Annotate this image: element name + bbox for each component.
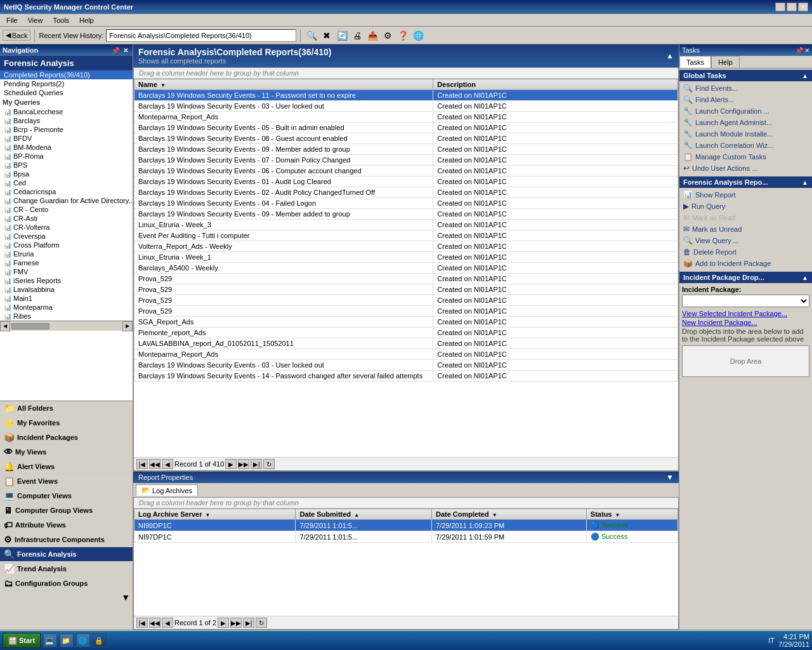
nav-config-groups[interactable]: 🗂 Configuration Groups	[0, 576, 133, 591]
menu-help[interactable]: Help	[75, 16, 98, 25]
col-date-completed[interactable]: Date Completed ▼	[431, 509, 586, 520]
nav-query-bfdv[interactable]: 📊BFDV	[0, 134, 133, 143]
task-launch-correlation[interactable]: 🔧 Launch Correlation Wiz...	[679, 140, 812, 151]
nav-incident-packages[interactable]: 📦 Incident Packages	[0, 430, 133, 445]
log-table-scroll[interactable]: Log Archive Server ▼ Date Submitted ▲ Da…	[134, 508, 678, 616]
drop-area[interactable]: Drop Area	[682, 345, 809, 377]
nav-alert-views[interactable]: 🔔 Alert Views	[0, 460, 133, 474]
nav-infrastructure[interactable]: ⚙ Infrastructure Components	[0, 533, 133, 547]
task-undo-user[interactable]: ↩ Undo User Actions ...	[679, 162, 812, 174]
table-row[interactable]: Barclays 19 Windows Security Events - 03…	[134, 360, 678, 371]
nav-query-monteparma[interactable]: 📊Monteparma	[0, 303, 133, 312]
nav-scheduled-queries[interactable]: Scheduled Queries	[0, 88, 133, 97]
nav-query-etruria[interactable]: 📊Etruria	[0, 249, 133, 258]
table-row[interactable]: Prova_529 Created on NI01AP1C	[134, 306, 678, 317]
task-launch-agent[interactable]: 🔧 Launch Agent Administ...	[679, 117, 812, 128]
table-row[interactable]: SGA_Report_Ads Created on NI01AP1C	[134, 317, 678, 328]
options-icon-btn[interactable]: ⚙	[381, 29, 395, 43]
nav-computer-views[interactable]: 💻 Computer Views	[0, 489, 133, 503]
nav-query-farnese[interactable]: 📊Farnese	[0, 258, 133, 267]
nav-query-change-guardian[interactable]: 📊Change Guardian for Active Directory...	[0, 196, 133, 205]
log-nav-refresh[interactable]: ↻	[256, 618, 267, 628]
col-date-submitted[interactable]: Date Submitted ▲	[296, 509, 432, 520]
table-row[interactable]: Prova_529 Created on NI01AP1C	[134, 274, 678, 284]
table-row[interactable]: Barclays 19 Windows Security Events - 03…	[134, 101, 678, 112]
task-run-query[interactable]: ▶ Run Query	[679, 201, 812, 212]
task-launch-config[interactable]: 🔧 Launch Configuration ...	[679, 105, 812, 117]
nav-query-cr-cento[interactable]: 📊CR - Cento	[0, 205, 133, 214]
nav-pending-reports[interactable]: Pending Reports(2)	[0, 79, 133, 88]
start-button[interactable]: 🪟 Start	[3, 633, 41, 648]
log-nav-last[interactable]: ▶|	[243, 618, 254, 628]
forensic-tasks-collapse[interactable]: ▲	[802, 179, 808, 186]
nav-query-fmv[interactable]: 📊FMV	[0, 267, 133, 276]
log-nav-first[interactable]: |◀	[136, 618, 148, 628]
new-package-link[interactable]: New Incident Package...	[682, 319, 809, 326]
nav-event-views[interactable]: 📋 Event Views	[0, 474, 133, 489]
table-row[interactable]: Barclays 19 Windows Security Events - 11…	[134, 90, 678, 101]
nav-computer-group-views[interactable]: 🖥 Computer Group Views	[0, 503, 133, 518]
nav-expand-btn[interactable]: ▼	[0, 591, 133, 604]
url-input[interactable]	[106, 29, 296, 42]
nav-first[interactable]: |◀	[136, 459, 148, 469]
col-server[interactable]: Log Archive Server ▼	[134, 509, 296, 520]
nav-my-views[interactable]: 👁 My Views	[0, 445, 133, 460]
nav-my-favorites[interactable]: ⭐ My Favorites	[0, 416, 133, 430]
report-props-collapse[interactable]: ▼	[666, 473, 674, 482]
table-row[interactable]: Barclays 19 Windows Security Events - 09…	[134, 144, 678, 155]
incident-drop-collapse[interactable]: ▲	[802, 274, 808, 281]
content-collapse-btn[interactable]: ▲	[666, 51, 674, 60]
view-selected-link[interactable]: View Selected Incident Package...	[682, 310, 809, 317]
nav-query-bm-modena[interactable]: 📊BM-Modena	[0, 143, 133, 152]
table-row[interactable]: Barclays 19 Windows Security Events - 09…	[134, 209, 678, 220]
tab-tasks[interactable]: Tasks	[679, 56, 711, 68]
col-name[interactable]: Name ▼	[134, 79, 433, 90]
nav-query-lavalsabbina[interactable]: 📊Lavalsabbina	[0, 285, 133, 294]
nav-refresh[interactable]: ↻	[263, 459, 275, 469]
tab-help[interactable]: Help	[711, 56, 740, 68]
table-row[interactable]: Linux_Etruria - Week_1 Created on NI01AP…	[134, 252, 678, 263]
table-row[interactable]: Prova_529 Created on NI01AP1C	[134, 295, 678, 306]
table-row[interactable]: Barclays 19 Windows Security Events - 01…	[134, 176, 678, 187]
nav-completed-reports[interactable]: Completed Reports(36/410)	[0, 70, 133, 79]
list-item[interactable]: NI99DP1C 7/29/2011 1:01:5... 7/29/2011 1…	[134, 520, 678, 531]
table-row[interactable]: Barclays_A5400 - Weekly Created on NI01A…	[134, 263, 678, 274]
col-description[interactable]: Description	[433, 79, 678, 90]
nav-query-main1[interactable]: 📊Main1	[0, 294, 133, 303]
taskbar-item-4[interactable]: 🔒	[93, 633, 107, 647]
table-row[interactable]: Prova_529 Created on NI01AP1C	[134, 284, 678, 295]
hscroll-right[interactable]: ▶	[122, 321, 133, 331]
hscroll-left[interactable]: ◀	[0, 321, 10, 331]
help-icon-btn[interactable]: ❓	[396, 29, 410, 43]
table-row[interactable]: Barclays 19 Windows Security Events - 06…	[134, 166, 678, 176]
table-row[interactable]: Barclays 19 Windows Security Events - 07…	[134, 155, 678, 166]
minimize-button[interactable]: _	[775, 3, 785, 11]
nav-query-ribes[interactable]: 📊Ribes	[0, 312, 133, 321]
task-view-query[interactable]: 🔍 View Query ...	[679, 235, 812, 246]
task-find-events[interactable]: 🔍 Find Events...	[679, 83, 812, 94]
taskbar-item-2[interactable]: 📁	[60, 633, 74, 647]
table-row[interactable]: Monteparma_Report_Ads Created on NI01AP1…	[134, 349, 678, 360]
nav-query-ced[interactable]: 📊Ced	[0, 178, 133, 187]
nav-query-cr-asti[interactable]: 📊CR-Asti	[0, 214, 133, 223]
global-tasks-collapse[interactable]: ▲	[802, 72, 808, 79]
log-nav-next[interactable]: ▶	[218, 618, 229, 628]
task-delete-report[interactable]: 🗑 Delete Report	[679, 246, 812, 258]
search-icon-btn[interactable]: 🔍	[304, 29, 318, 43]
task-find-alerts[interactable]: 🔍 Find Alerts...	[679, 94, 812, 105]
task-manage-custom[interactable]: 📋 Manage Custom Tasks	[679, 151, 812, 162]
nav-query-cedacricrispa[interactable]: 📊Cedacricrispa	[0, 187, 133, 196]
task-launch-module[interactable]: 🔧 Launch Module Installe...	[679, 128, 812, 140]
table-row[interactable]: Event Per Auditing - Tutti i computer Cr…	[134, 230, 678, 241]
nav-prev[interactable]: ◀	[162, 459, 173, 469]
nav-query-bpsa[interactable]: 📊Bpsa	[0, 169, 133, 178]
log-nav-prev-multi[interactable]: ◀◀	[149, 618, 160, 628]
list-item[interactable]: NI97DP1C 7/29/2011 1:01:5... 7/29/2011 1…	[134, 531, 678, 543]
table-row[interactable]: Piemonte_report_Ads Created on NI01AP1C	[134, 328, 678, 338]
nav-trend-analysis[interactable]: 📈 Trend Analysis	[0, 562, 133, 576]
menu-file[interactable]: File	[3, 16, 22, 25]
report-table-scroll[interactable]: Name ▼ Description Barclays 19 Windows S…	[134, 79, 678, 457]
table-row[interactable]: Barclays 19 Windows Security Events - 14…	[134, 371, 678, 381]
incident-package-select[interactable]	[682, 295, 809, 307]
window-controls[interactable]: _ □ ✕	[775, 3, 808, 11]
